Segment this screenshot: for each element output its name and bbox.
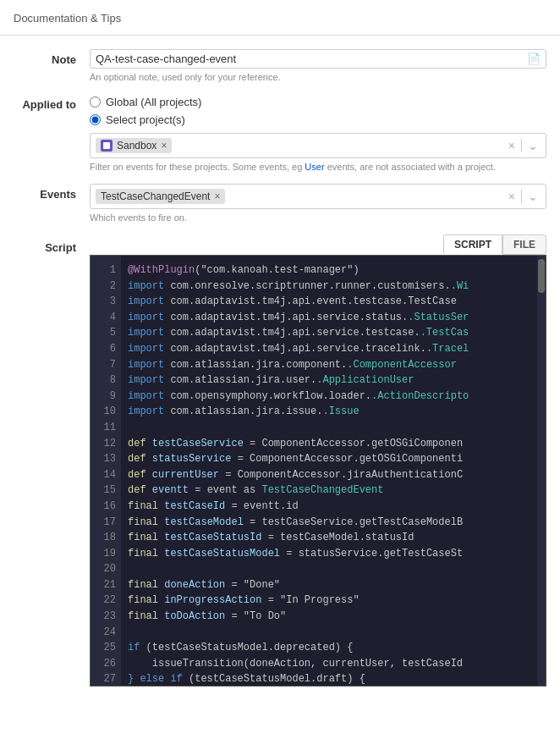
- radio-select-input[interactable]: [90, 114, 101, 125]
- clear-project-button[interactable]: ×: [506, 139, 518, 152]
- events-tag-row: TestCaseChangedEvent × × ⌄: [96, 189, 541, 204]
- scrollbar[interactable]: [537, 256, 546, 686]
- project-hint: Filter on events for these projects. Som…: [90, 162, 546, 172]
- note-row: Note 📄 An optional note, used only for y…: [14, 49, 546, 82]
- user-link: User: [305, 162, 324, 172]
- note-input-wrapper[interactable]: 📄: [90, 49, 546, 69]
- events-divider: [521, 190, 522, 203]
- event-tag-chip: TestCaseChangedEvent ×: [96, 189, 225, 204]
- project-input-actions: × ⌄: [506, 139, 541, 152]
- dropdown-events-button[interactable]: ⌄: [525, 190, 541, 203]
- events-tag-input-wrapper[interactable]: TestCaseChangedEvent × × ⌄: [90, 184, 546, 209]
- sandbox-icon: [101, 140, 113, 152]
- script-label: Script: [14, 234, 90, 254]
- events-hint: Which events to fire on.: [90, 212, 546, 223]
- script-tabs: SCRIPT FILE: [90, 234, 546, 255]
- radio-global-label: Global (All projects): [106, 96, 201, 108]
- events-content: TestCaseChangedEvent × × ⌄ Which events …: [90, 184, 546, 223]
- tab-file[interactable]: FILE: [502, 234, 546, 255]
- events-row: Events TestCaseChangedEvent × × ⌄: [14, 184, 546, 223]
- project-tag-row: Sandbox × × ⌄: [96, 138, 541, 153]
- code-editor[interactable]: 1234567891011121314151617181920212223242…: [90, 255, 546, 687]
- applied-to-label: Applied to: [14, 94, 90, 111]
- sandbox-label: Sandbox: [117, 140, 156, 152]
- radio-group: Global (All projects) Select project(s): [90, 94, 546, 126]
- clear-events-button[interactable]: ×: [506, 190, 518, 203]
- events-label: Events: [14, 184, 90, 201]
- events-input-actions: × ⌄: [506, 190, 541, 203]
- project-tags: Sandbox ×: [96, 138, 506, 153]
- radio-select[interactable]: Select project(s): [90, 113, 546, 126]
- dropdown-project-button[interactable]: ⌄: [525, 139, 541, 152]
- remove-event-tag[interactable]: ×: [214, 191, 220, 201]
- header-title: Documentation & Tips: [14, 12, 121, 25]
- note-label: Note: [14, 49, 90, 66]
- project-tag-input-wrapper[interactable]: Sandbox × × ⌄: [90, 133, 546, 158]
- note-content: 📄 An optional note, used only for your r…: [90, 49, 546, 82]
- tab-script[interactable]: SCRIPT: [443, 234, 502, 255]
- event-tag-label: TestCaseChangedEvent: [101, 190, 210, 202]
- note-hint: An optional note, used only for your ref…: [90, 72, 546, 82]
- scrollbar-thumb[interactable]: [538, 259, 545, 293]
- events-tags: TestCaseChangedEvent ×: [96, 189, 506, 204]
- line-numbers: 1234567891011121314151617181920212223242…: [91, 256, 121, 686]
- note-input[interactable]: [96, 52, 527, 65]
- project-tag-sandbox: Sandbox ×: [96, 138, 172, 153]
- svg-rect-0: [103, 142, 110, 149]
- radio-select-label: Select project(s): [106, 113, 185, 126]
- script-section: Script SCRIPT FILE 123456789101112131415…: [0, 234, 560, 687]
- radio-global-input[interactable]: [90, 97, 101, 108]
- remove-sandbox-tag[interactable]: ×: [161, 141, 167, 151]
- calendar-icon: 📄: [527, 52, 541, 65]
- script-content: SCRIPT FILE 1234567891011121314151617181…: [90, 234, 546, 687]
- applied-to-row: Applied to Global (All projects) Select …: [14, 94, 546, 172]
- page-header: Documentation & Tips: [0, 0, 560, 36]
- divider: [521, 139, 522, 152]
- applied-to-content: Global (All projects) Select project(s): [90, 94, 546, 172]
- radio-global[interactable]: Global (All projects): [90, 96, 546, 108]
- code-content: @WithPlugin("com.kanoah.test-manager")im…: [121, 256, 537, 686]
